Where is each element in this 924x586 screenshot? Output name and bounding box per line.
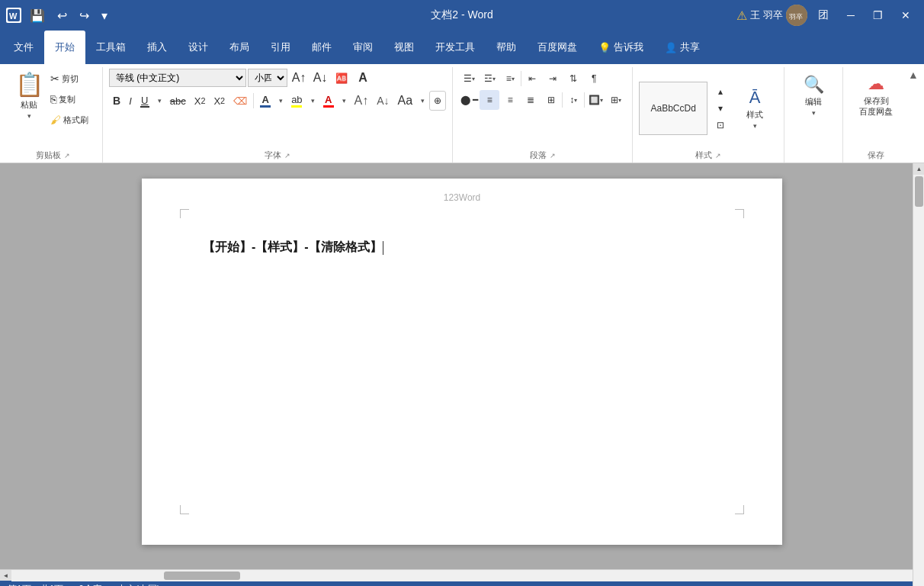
para-expand-icon[interactable]: ↗ <box>550 152 556 159</box>
justify-btn[interactable]: ≣ <box>521 90 541 110</box>
menu-layout[interactable]: 布局 <box>219 31 260 64</box>
font-color-btn[interactable]: A <box>256 91 274 111</box>
shading-btn[interactable]: 🔲▾ <box>586 90 605 110</box>
menu-tellme[interactable]: 💡 告诉我 <box>588 31 654 64</box>
restore-btn[interactable]: ❐ <box>865 6 890 24</box>
clipboard-small: ✂ 剪切 ⎘ 复制 🖌 格式刷 <box>50 69 96 130</box>
subscript-button[interactable]: X2 <box>191 91 210 111</box>
italic-button[interactable]: I <box>125 91 136 111</box>
superscript-button[interactable]: X2 <box>210 91 229 111</box>
scroll-track[interactable] <box>913 175 924 569</box>
styles-expand-icon[interactable]: ↗ <box>715 152 721 159</box>
paragraph-group-label: 段落 ↗ <box>459 148 626 163</box>
menu-view[interactable]: 视图 <box>383 31 425 64</box>
dropdown-u-btn[interactable]: ▾ <box>154 91 165 111</box>
styles-dropdown-icon[interactable]: ▾ <box>753 122 757 130</box>
redo-btn[interactable]: ↪ <box>75 7 93 24</box>
customize-quick-btn[interactable]: ▾ <box>98 7 111 24</box>
save-baidu-btn[interactable]: ☁ 保存到百度网盘 <box>849 69 903 122</box>
align-left-btn[interactable]: ⬤ ━ <box>459 90 479 110</box>
ribbon-collapse-btn[interactable]: ▲ <box>906 67 921 82</box>
menu-design[interactable]: 设计 <box>178 31 219 64</box>
char-size-down-btn[interactable]: A↓ <box>373 91 393 111</box>
styles-btn[interactable]: Ā 样式 ▾ <box>732 82 778 135</box>
styles-up-btn[interactable]: ▴ <box>711 84 730 99</box>
decrease-indent-btn[interactable]: ⇤ <box>522 69 542 89</box>
menu-share[interactable]: 👤 共享 <box>654 31 711 64</box>
font-size-selector[interactable]: 小四 <box>248 69 287 87</box>
paste-button[interactable]: 📋 粘贴 ▾ <box>9 69 49 122</box>
char-size-up-btn[interactable]: A↑ <box>351 91 373 111</box>
font-red-dropdown[interactable]: ▾ <box>338 91 350 111</box>
increase-indent-btn[interactable]: ⇥ <box>543 69 563 89</box>
menu-devtools[interactable]: 开发工具 <box>425 31 486 64</box>
align-right-btn[interactable]: ≡ <box>500 90 520 110</box>
styles-down-btn[interactable]: ▾ <box>711 101 730 116</box>
menu-insert[interactable]: 插入 <box>136 31 178 64</box>
scroll-thumb[interactable] <box>915 176 923 207</box>
cut-button[interactable]: ✂ 剪切 <box>50 69 96 89</box>
highlight-dropdown[interactable]: ▾ <box>307 91 319 111</box>
bullets-btn[interactable]: ☰▾ <box>459 69 479 89</box>
bold-button[interactable]: B <box>109 91 124 111</box>
eraser-icon: ⌫ <box>233 95 247 107</box>
multilevel-btn[interactable]: ≡▾ <box>500 69 520 89</box>
font-case-btn[interactable]: Aa <box>394 91 417 111</box>
menu-file[interactable]: 文件 <box>3 31 44 64</box>
distrib-btn[interactable]: ⊞ <box>541 90 561 110</box>
show-marks-btn[interactable]: ¶ <box>584 69 604 89</box>
team-btn[interactable]: 团 <box>810 5 836 25</box>
styles-gallery[interactable]: AaBbCcDd <box>639 82 707 135</box>
hscroll-left-btn[interactable]: ◄ <box>0 570 11 581</box>
underline-button[interactable]: U <box>136 91 153 111</box>
save-quick-btn[interactable]: 💾 <box>26 7 49 24</box>
red-indicator <box>323 105 334 108</box>
font-expand-icon[interactable]: ↗ <box>284 152 290 159</box>
edit-btn[interactable]: 🔍 编辑 ▾ <box>791 69 836 122</box>
clear-format-btn[interactable]: 🆎 <box>332 69 351 87</box>
format-paint-button[interactable]: 🖌 格式刷 <box>50 110 96 130</box>
numbering-btn[interactable]: ☲▾ <box>480 69 499 89</box>
font-grow-btn[interactable]: A↑ <box>289 69 309 87</box>
save-group-label: 保存 <box>849 148 903 163</box>
menu-mail[interactable]: 邮件 <box>301 31 342 64</box>
hscroll-thumb[interactable] <box>164 572 240 580</box>
styles-more-btn[interactable]: ⊡ <box>711 118 730 133</box>
align-center-btn[interactable]: ≡ <box>480 90 499 110</box>
line-spacing-btn[interactable]: ↕▾ <box>563 90 583 110</box>
font-name-selector[interactable]: 等线 (中文正文) <box>109 69 246 87</box>
clipboard-expand-icon[interactable]: ↗ <box>64 152 70 159</box>
titlebar: W 💾 ↩ ↪ ▾ 文档2 - Word ⚠ 王 羽卒 羽卒 团 ─ ❐ ✕ <box>0 0 924 31</box>
menu-help[interactable]: 帮助 <box>486 31 527 64</box>
font-red-btn[interactable]: A <box>319 91 338 111</box>
menu-tools[interactable]: 工具箱 <box>85 31 136 64</box>
menu-baidu[interactable]: 百度网盘 <box>527 31 588 64</box>
font-enlarge-btn[interactable]: A <box>353 69 373 87</box>
paste-dropdown-icon[interactable]: ▾ <box>27 112 31 120</box>
strikethrough-button[interactable]: abc <box>166 91 190 111</box>
font-shrink-btn[interactable]: A↓ <box>310 69 330 87</box>
ribbon: 📋 粘贴 ▾ ✂ 剪切 ⎘ 复制 🖌 格式刷 剪贴板 <box>0 64 924 163</box>
scroll-up-btn[interactable]: ▲ <box>913 163 924 175</box>
save-label: 保存到百度网盘 <box>859 95 893 118</box>
document-area[interactable]: 123Word 【开始】-【样式】-【清除格式】 <box>0 163 924 569</box>
hscroll-track[interactable] <box>11 570 913 581</box>
phonetic-btn[interactable]: ⊕ <box>429 91 446 111</box>
language-status: 中文(中国) <box>117 583 160 587</box>
avatar[interactable]: 羽卒 <box>786 5 807 26</box>
edit-dropdown-icon[interactable]: ▾ <box>812 109 816 117</box>
menu-references[interactable]: 引用 <box>260 31 301 64</box>
minimize-btn[interactable]: ─ <box>839 6 862 24</box>
styles-scroll: ▴ ▾ ⊡ <box>711 84 730 133</box>
undo-btn[interactable]: ↩ <box>53 7 71 24</box>
font-case-dropdown[interactable]: ▾ <box>417 91 428 111</box>
close-btn[interactable]: ✕ <box>894 6 918 24</box>
text-highlight-btn[interactable]: ab <box>287 91 306 111</box>
menu-review[interactable]: 审阅 <box>342 31 383 64</box>
borders-btn[interactable]: ⊞▾ <box>606 90 626 110</box>
menu-home[interactable]: 开始 <box>44 31 85 64</box>
clear-all-format-btn[interactable]: ⌫ <box>229 91 251 111</box>
copy-button[interactable]: ⎘ 复制 <box>50 89 96 109</box>
sort-btn[interactable]: ⇅ <box>563 69 583 89</box>
font-color-dropdown[interactable]: ▾ <box>275 91 287 111</box>
